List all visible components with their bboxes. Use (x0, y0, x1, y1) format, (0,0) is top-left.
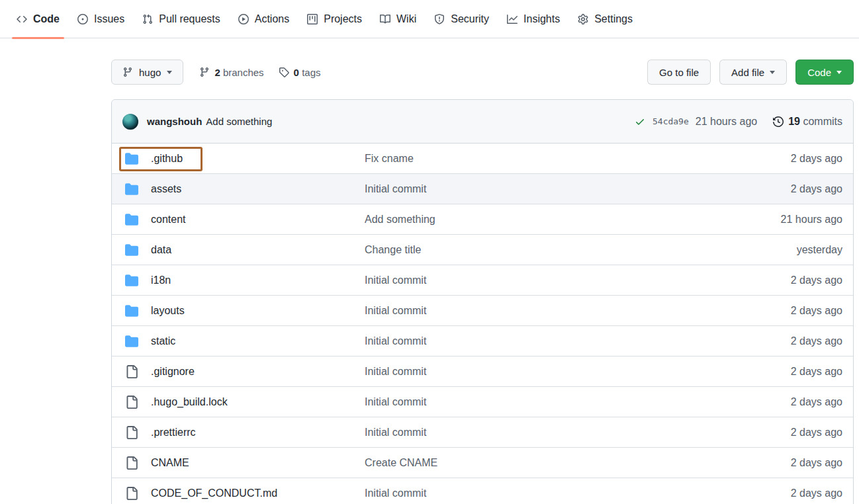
chevron-down-icon (770, 71, 775, 74)
file-name-link[interactable]: .prettierrc (151, 427, 196, 439)
table-row: static Initial commit 2 days ago (112, 326, 853, 357)
branches-link[interactable]: 2 branches (199, 67, 263, 78)
commit-message-link[interactable]: Initial commit (365, 427, 426, 438)
file-icon (125, 487, 138, 500)
commit-sha-link[interactable]: 54cda9e (653, 116, 689, 126)
go-to-file-button[interactable]: Go to file (647, 60, 711, 85)
table-row: .hugo_build.lock Initial commit 2 days a… (112, 387, 853, 417)
tab-projects[interactable]: Projects (301, 0, 368, 38)
commit-message-link[interactable]: Add something (365, 214, 435, 225)
tab-pull-requests[interactable]: Pull requests (136, 0, 226, 38)
book-icon (380, 14, 390, 24)
table-row: assets Initial commit 2 days ago (112, 174, 853, 204)
history-icon (773, 116, 784, 127)
commit-age: 21 hours ago (717, 214, 842, 226)
folder-icon (125, 243, 138, 257)
tab-insights[interactable]: Insights (501, 0, 566, 38)
commit-age: 2 days ago (717, 396, 842, 408)
commit-timestamp: 21 hours ago (696, 116, 757, 128)
branches-label: branches (223, 67, 264, 78)
file-name-link[interactable]: static (151, 335, 175, 347)
git-pull-request-icon (142, 14, 153, 24)
table-row: content Add something 21 hours ago (112, 204, 853, 235)
tab-label: Security (451, 13, 489, 25)
tab-security[interactable]: Security (428, 0, 495, 38)
file-name-link[interactable]: assets (151, 183, 181, 195)
commit-message-link[interactable]: Fix cname (365, 153, 414, 164)
file-name-link[interactable]: layouts (151, 305, 185, 317)
tab-issues[interactable]: Issues (71, 0, 130, 38)
commits-label: commits (803, 116, 842, 127)
tag-icon (279, 67, 289, 77)
tab-label: Settings (594, 13, 633, 25)
table-row: layouts Initial commit 2 days ago (112, 296, 853, 326)
file-name-link[interactable]: .hugo_build.lock (151, 396, 228, 408)
code-icon (17, 14, 27, 24)
file-name-link[interactable]: i18n (151, 274, 171, 286)
tags-link[interactable]: 0 tags (279, 67, 321, 78)
commit-author-link[interactable]: wangshouh (147, 116, 202, 127)
branches-count: 2 (214, 67, 220, 78)
commit-message-link[interactable]: Change title (365, 244, 421, 255)
commits-count: 19 (788, 116, 800, 127)
branch-toolbar: hugo 2 branches 0 tags Go to file Add fi… (111, 60, 854, 85)
commit-message-link[interactable]: Initial commit (365, 183, 426, 194)
commit-message-link[interactable]: Initial commit (365, 305, 426, 316)
commits-history-link[interactable]: 19 commits (773, 116, 842, 128)
tab-label: Issues (94, 13, 124, 25)
tab-label: Insights (523, 13, 560, 25)
add-file-button[interactable]: Add file (719, 60, 787, 85)
code-button[interactable]: Code (795, 60, 854, 85)
file-name-link[interactable]: CNAME (151, 457, 189, 469)
commit-message-link[interactable]: Initial commit (365, 487, 426, 499)
commit-message-link[interactable]: Initial commit (365, 274, 426, 286)
repo-main: hugo 2 branches 0 tags Go to file Add fi… (111, 60, 854, 504)
commit-age: 2 days ago (717, 153, 842, 165)
issue-opened-icon (77, 14, 88, 24)
tab-label: Pull requests (159, 13, 220, 25)
repo-tab-nav: Code Issues Pull requests Actions Projec… (0, 0, 859, 38)
file-name-link[interactable]: CODE_OF_CONDUCT.md (151, 487, 277, 499)
check-icon[interactable] (635, 116, 645, 127)
file-name-link[interactable]: content (151, 214, 185, 226)
branch-selector-button[interactable]: hugo (111, 60, 183, 85)
file-icon (125, 456, 138, 470)
tab-settings[interactable]: Settings (572, 0, 639, 38)
commit-age: 2 days ago (717, 427, 842, 439)
tab-actions[interactable]: Actions (232, 0, 295, 38)
file-icon (125, 396, 138, 409)
commit-message-link[interactable]: Initial commit (365, 335, 426, 347)
commit-message-link[interactable]: Create CNAME (365, 457, 437, 468)
tab-label: Projects (324, 13, 362, 25)
commit-age: 2 days ago (717, 487, 842, 499)
commit-age: 2 days ago (717, 274, 842, 286)
table-row: .prettierrc Initial commit 2 days ago (112, 417, 853, 448)
commit-age: 2 days ago (717, 305, 842, 317)
graph-icon (507, 14, 518, 24)
file-icon (125, 426, 138, 439)
folder-icon (125, 274, 138, 287)
file-name-link[interactable]: .gitignore (151, 366, 195, 378)
commit-message-link[interactable]: Initial commit (365, 396, 426, 407)
chevron-down-icon (167, 71, 172, 74)
commit-age: 2 days ago (717, 457, 842, 469)
commit-message-link[interactable]: Add something (206, 116, 272, 127)
tab-label: Code (33, 13, 60, 25)
file-browser-box: wangshouh Add something 54cda9e 21 hours… (111, 99, 854, 504)
table-row: CODE_OF_CONDUCT.md Initial commit 2 days… (112, 478, 853, 504)
tab-label: Actions (255, 13, 289, 25)
table-row: .github Fix cname 2 days ago (112, 144, 853, 174)
folder-icon (125, 152, 138, 165)
avatar[interactable] (122, 114, 138, 130)
file-name-link[interactable]: data (151, 244, 171, 256)
commit-age: yesterday (717, 244, 842, 256)
tab-code[interactable]: Code (11, 0, 66, 38)
file-name-link[interactable]: .github (151, 153, 183, 165)
tab-wiki[interactable]: Wiki (374, 0, 422, 38)
tags-count: 0 (294, 67, 299, 78)
commit-message-link[interactable]: Initial commit (365, 366, 426, 377)
git-branch-icon (199, 67, 210, 77)
folder-icon (125, 304, 138, 317)
commit-age: 2 days ago (717, 183, 842, 195)
play-icon (238, 14, 249, 24)
